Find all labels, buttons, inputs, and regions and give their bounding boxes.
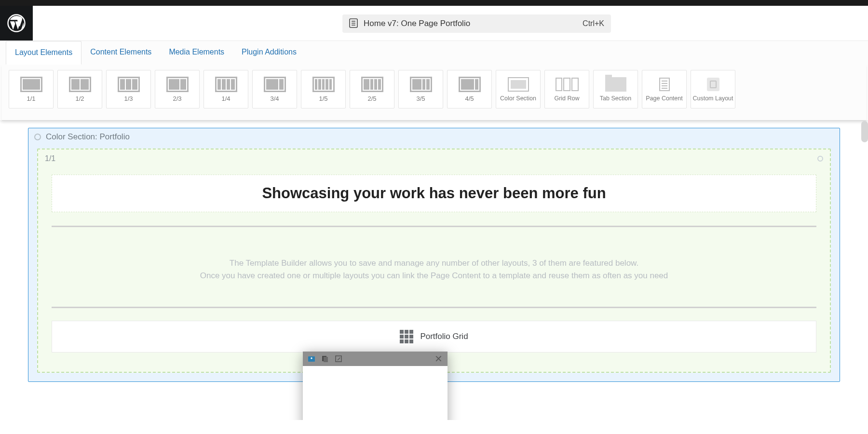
element-1-5[interactable]: 1/5	[301, 70, 346, 108]
element-category-tabs: Layout ElementsContent ElementsMedia Ele…	[0, 41, 868, 121]
element-label: Color Section	[500, 95, 536, 102]
text-element[interactable]: The Template Builder allows you to save …	[52, 240, 816, 304]
section-body[interactable]: 1/1 Showcasing your work has never been …	[37, 149, 831, 373]
editor-header: Home v7: One Page Portfolio Ctrl+K	[0, 6, 868, 41]
element-2-5[interactable]: 2/5	[350, 70, 394, 108]
element-label: 3/4	[270, 95, 279, 102]
row-handle-icon[interactable]	[817, 156, 823, 162]
element-1-1[interactable]: 1/1	[9, 70, 54, 108]
separator-element[interactable]	[52, 307, 816, 308]
popup-toolbar: ✕	[303, 352, 448, 366]
section-header[interactable]: Color Section: Portfolio	[28, 128, 840, 146]
element-label: 1/2	[75, 95, 84, 102]
admin-top-bar	[0, 0, 868, 6]
element-1-2[interactable]: 1/2	[57, 70, 102, 108]
element-label: 1/3	[124, 95, 133, 102]
tab-content-elements[interactable]: Content Elements	[81, 41, 160, 64]
tab-plugin-additions[interactable]: Plugin Additions	[233, 41, 305, 64]
element-label: Tab Section	[600, 95, 631, 102]
element-tab-section[interactable]: Tab Section	[593, 70, 638, 108]
popup-body	[303, 366, 448, 420]
builder-canvas[interactable]: Color Section: Portfolio 1/1 Showcasing …	[0, 121, 868, 420]
element-grid-row[interactable]: Grid Row	[544, 70, 589, 108]
tab-layout-elements[interactable]: Layout Elements	[6, 41, 81, 65]
element-1-4[interactable]: 1/4	[203, 70, 248, 108]
svg-rect-9	[324, 357, 328, 362]
paragraph-line: Once you have created one or multiple la…	[52, 270, 816, 282]
scrollbar[interactable]	[861, 121, 868, 142]
element-1-3[interactable]: 1/3	[106, 70, 151, 108]
portfolio-grid-element[interactable]: Portfolio Grid	[52, 321, 816, 353]
element-custom-layout[interactable]: Custom Layout	[691, 70, 735, 108]
svg-rect-7	[311, 357, 312, 359]
element-label: 3/5	[416, 95, 425, 102]
row-header[interactable]: 1/1	[38, 149, 830, 166]
element-2-3[interactable]: 2/3	[155, 70, 200, 108]
element-label: 1/4	[221, 95, 230, 102]
element-3-4[interactable]: 3/4	[252, 70, 297, 108]
tab-media-elements[interactable]: Media Elements	[160, 41, 233, 64]
grid-icon	[400, 330, 413, 343]
color-section-block[interactable]: Color Section: Portfolio 1/1 Showcasing …	[28, 128, 840, 382]
element-3-5[interactable]: 3/5	[398, 70, 443, 108]
edit-icon[interactable]	[335, 355, 342, 363]
wordpress-logo[interactable]	[0, 6, 33, 41]
page-title: Home v7: One Page Portfolio	[364, 19, 583, 28]
close-icon[interactable]: ✕	[434, 354, 443, 364]
keyboard-shortcut: Ctrl+K	[583, 19, 604, 28]
element-action-popup[interactable]: ✕	[303, 352, 448, 420]
element-label: 4/5	[465, 95, 474, 102]
element-label: Grid Row	[554, 95, 579, 102]
add-icon[interactable]	[308, 355, 315, 363]
portfolio-grid-label: Portfolio Grid	[420, 332, 468, 341]
element-page-content[interactable]: Page Content	[642, 70, 687, 108]
wordpress-icon	[7, 14, 26, 33]
heading-element[interactable]: Showcasing your work has never been more…	[52, 175, 816, 212]
section-label: Color Section: Portfolio	[46, 132, 130, 142]
document-icon	[349, 18, 358, 29]
element-color-section[interactable]: Color Section	[496, 70, 541, 108]
row-label: 1/1	[45, 154, 55, 163]
element-label: 1/5	[319, 95, 327, 102]
page-title-bar[interactable]: Home v7: One Page Portfolio Ctrl+K	[342, 14, 611, 33]
element-label: 1/1	[27, 95, 35, 102]
separator-element[interactable]	[52, 226, 816, 227]
section-toggle-icon[interactable]	[34, 134, 41, 140]
element-label: 2/5	[367, 95, 376, 102]
element-label: Custom Layout	[692, 95, 733, 102]
paragraph-line: The Template Builder allows you to save …	[52, 257, 816, 270]
element-4-5[interactable]: 4/5	[447, 70, 492, 108]
element-label: Page Content	[646, 95, 682, 102]
element-label: 2/3	[173, 95, 181, 102]
heading-text: Showcasing your work has never been more…	[57, 185, 811, 202]
copy-icon[interactable]	[321, 355, 329, 363]
